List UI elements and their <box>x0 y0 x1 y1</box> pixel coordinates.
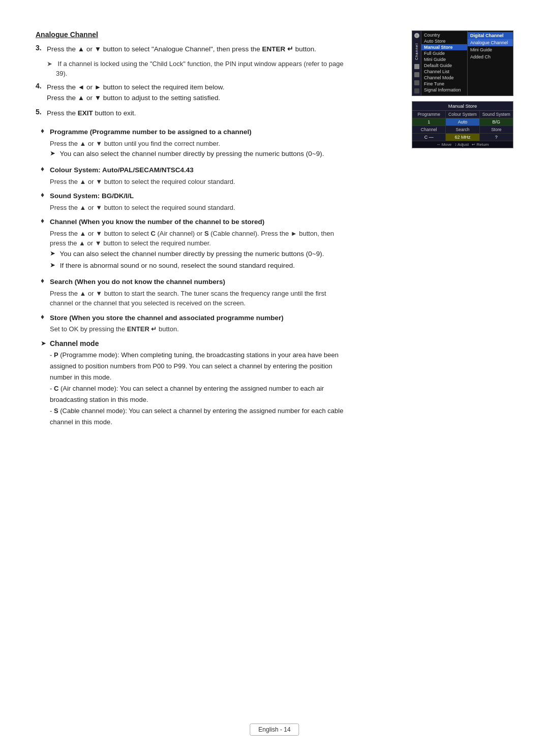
tv-menu-fullguide: Full Guide <box>421 50 467 56</box>
bullet-store: ♦ Store (When you store the channel and … <box>41 312 351 334</box>
bullet-search-content: Search (When you do not know the channel… <box>50 276 351 308</box>
ms-footer: ↔ Move ↕ Adjust ↩ Return <box>412 141 513 148</box>
right-panel: ○ Channel Country Auto Store Manual Stor… <box>412 30 513 148</box>
manual-store-header: Manual Store <box>412 102 513 111</box>
tv-menu-country: Country <box>421 32 467 38</box>
tv-icon-box1 <box>414 64 419 69</box>
tv-submenu: Digital Channel Analogue Channel Mini Gu… <box>467 31 513 96</box>
channel-vertical-label: Channel <box>415 43 418 60</box>
step-5: 5. Press the EXIT button to exit. <box>36 108 351 119</box>
bullet-store-body: Set to OK by pressing the ENTER ↵ button… <box>50 324 351 334</box>
tv-menu-channellist: Channel List <box>421 69 467 75</box>
arrow-icon: ➤ <box>50 248 58 259</box>
ms-footer-adjust: ↕ Adjust <box>454 142 469 147</box>
bullet-search: ♦ Search (When you do not know the chann… <box>41 276 351 308</box>
tv-submenu-digital: Digital Channel <box>468 32 513 39</box>
bullet-channel-note2: ➤ If there is abnormal sound or no sound… <box>50 260 351 271</box>
channel-mode-title: Channel mode <box>50 339 99 348</box>
channel-mode-item-c: - C (Air channel mode): You can select a… <box>50 383 351 405</box>
bullet-colour-body: Press the ▲ or ▼ button to select the re… <box>50 177 351 187</box>
bullet-channel-note1-text: You can also select the channel number d… <box>58 248 324 260</box>
arrow-icon: ➤ <box>50 148 58 159</box>
step-4-text: Press the ◄ or ► button to select the re… <box>47 82 351 104</box>
ms-val-store: ? <box>480 134 513 141</box>
ms-header-channel: Channel <box>412 126 446 133</box>
ms-value-row2: C — 62 MHz ? <box>412 134 513 141</box>
ms-val-sound: B/G <box>480 118 513 125</box>
step-4: 4. Press the ◄ or ► button to select the… <box>36 82 351 104</box>
tv-menu-miniguide: Mini Guide <box>421 56 467 62</box>
tv-icon-circle: ○ <box>414 33 419 38</box>
tv-icon-box4 <box>414 88 419 93</box>
diamond-icon: ♦ <box>41 191 50 199</box>
bullet-programme-content: Programme (Programme number to be assign… <box>50 127 351 161</box>
channel-mode-items: - P (Programme mode): When completing tu… <box>50 350 351 428</box>
bullet-programme-body: Press the ▲ or ▼ button until you find t… <box>50 139 351 149</box>
tv-submenu-miniguide: Mini Guide <box>468 46 513 53</box>
diamond-icon: ♦ <box>41 127 50 135</box>
bullet-sound-system: ♦ Sound System: BG/DK/I/L Press the ▲ or… <box>41 191 351 212</box>
bullet-programme: ♦ Programme (Programme number to be assi… <box>41 127 351 161</box>
tv-menu-channelmode: Channel Mode <box>421 75 467 81</box>
bullet-sound-content: Sound System: BG/DK/I/L Press the ▲ or ▼… <box>50 191 351 212</box>
ms-header-store: Store <box>480 126 513 133</box>
step-3-subnote-text: If a channel is locked using the "Child … <box>56 59 351 79</box>
step-5-number: 5. <box>36 108 47 116</box>
step-3-number: 3. <box>36 44 47 52</box>
tv-menu-items: Country Auto Store Manual Store Full Gui… <box>421 31 467 96</box>
arrow-icon: ➤ <box>47 59 56 69</box>
step-3-text: Press the ▲ or ▼ button to select "Analo… <box>47 44 351 55</box>
ms-header-colour: Colour System <box>446 111 479 118</box>
tv-submenu-addedch: Added Ch <box>468 53 513 60</box>
ms-header-row2: Channel Search Store <box>412 126 513 134</box>
step-5-text: Press the EXIT button to exit. <box>47 108 351 119</box>
section-title: Analogue Channel <box>36 30 351 39</box>
bullet-channel-note2-text: If there is abnormal sound or no sound, … <box>58 260 295 271</box>
ms-val-channel: C — <box>412 134 446 141</box>
bullet-search-body: Press the ▲ or ▼ button to start the sea… <box>50 289 351 308</box>
ms-footer-move: ↔ Move <box>436 142 451 147</box>
arrow-icon: ➤ <box>50 260 58 271</box>
ms-header-sound: Sound System <box>480 111 513 118</box>
bullet-sound-body: Press the ▲ or ▼ button to select the re… <box>50 203 351 213</box>
tv-menu-container: ○ Channel Country Auto Store Manual Stor… <box>412 30 513 96</box>
ms-header-search: Search <box>446 126 479 133</box>
tv-menu-left-sidebar: ○ Channel <box>412 31 421 96</box>
bullet-channel-note1: ➤ You can also select the channel number… <box>50 248 351 260</box>
ms-val-colour: Auto <box>446 118 479 125</box>
arrow-icon: ➤ <box>41 339 50 347</box>
diamond-icon: ♦ <box>41 276 50 285</box>
diamond-icon: ♦ <box>41 312 50 321</box>
channel-mode-item-s: - S (Cable channel mode): You can select… <box>50 405 351 428</box>
channel-mode-header-row: ➤ Channel mode <box>41 339 351 348</box>
channel-mode-item-p: - P (Programme mode): When completing tu… <box>50 350 351 383</box>
step-3-subnote: ➤ If a channel is locked using the "Chil… <box>47 59 351 79</box>
tv-icon-box3 <box>414 80 419 85</box>
tv-icon-box2 <box>414 72 419 77</box>
channel-mode-section: ➤ Channel mode - P (Programme mode): Whe… <box>41 339 351 428</box>
tv-submenu-analogue: Analogue Channel <box>468 39 513 46</box>
bullet-colour-content: Colour System: Auto/PAL/SECAM/NTSC4.43 P… <box>50 165 351 186</box>
ms-value-row1: 1 Auto B/G <box>412 118 513 126</box>
tv-menu-finetune: Fine Tune <box>421 81 467 87</box>
manual-store-panel: Manual Store Programme Colour System Sou… <box>412 101 513 148</box>
tv-menu-manualstore: Manual Store <box>421 44 467 50</box>
ms-header-programme: Programme <box>412 111 446 118</box>
step-4-number: 4. <box>36 82 47 90</box>
ms-footer-return: ↩ Return <box>472 142 489 147</box>
bullet-programme-note-text: You can also select the channel number d… <box>58 148 324 160</box>
ms-val-search: 62 MHz <box>446 134 479 141</box>
tv-channel-menu: ○ Channel Country Auto Store Manual Stor… <box>412 30 513 96</box>
bullet-channel-content: Channel (When you know the number of the… <box>50 216 351 272</box>
diamond-icon: ♦ <box>41 216 50 225</box>
ms-header-row1: Programme Colour System Sound System <box>412 111 513 118</box>
bullet-channel-body: Press the ▲ or ▼ button to select C (Air… <box>50 229 351 248</box>
tv-menu-signalinfo: Signal Information <box>421 87 467 93</box>
tv-menu-defaultguide: Default Guide <box>421 62 467 69</box>
bullet-programme-note: ➤ You can also select the channel number… <box>50 148 351 160</box>
step-3: 3. Press the ▲ or ▼ button to select "An… <box>36 44 351 55</box>
diamond-icon: ♦ <box>41 165 50 173</box>
page-footer: English - 14 <box>250 723 299 736</box>
tv-menu-autostore: Auto Store <box>421 38 467 44</box>
bullet-channel: ♦ Channel (When you know the number of t… <box>41 216 351 272</box>
